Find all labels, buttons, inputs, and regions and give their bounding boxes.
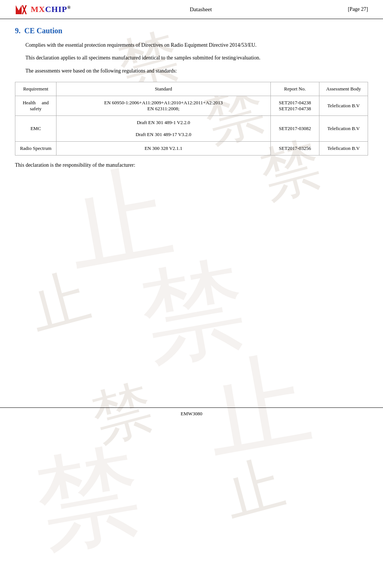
- page-content: 9. CE Caution Complies with the essentia…: [0, 19, 383, 407]
- standard-3a: EN 300 328 V2.1.1: [144, 145, 182, 151]
- header-title: Datasheet: [71, 6, 331, 13]
- logo-reg-symbol: ®: [67, 5, 71, 10]
- paragraph-3: The assessments were based on the follow…: [25, 67, 368, 75]
- standard-2b: Draft EN 301 489-17 V3.2.0: [135, 132, 191, 137]
- header-page: [Page 27]: [331, 6, 368, 12]
- col-header-requirement: Requirement: [15, 82, 56, 96]
- page-footer: EMW3080: [0, 407, 383, 420]
- col-header-standard: Standard: [56, 82, 271, 96]
- logo-icon: [15, 4, 31, 15]
- cell-assessment-1: Telefication B.V: [319, 96, 368, 116]
- report-2a: SET2017-03082: [279, 126, 311, 131]
- cell-standard-3: EN 300 328 V2.1.1: [56, 142, 271, 156]
- cell-requirement-2: EMC: [15, 116, 56, 142]
- report-1a: SET2017-04238: [279, 100, 311, 105]
- standard-2a: Draft EN 301 489-1 V2.2.0: [137, 120, 190, 125]
- cell-assessment-2: Telefication B.V: [319, 116, 368, 142]
- table-row: EMC Draft EN 301 489-1 V2.2.0 Draft EN 3…: [15, 116, 368, 142]
- cell-requirement-3: Radio Spectrum: [15, 142, 56, 156]
- paragraph-2: This declaration applies to all specimen…: [15, 54, 368, 62]
- standard-1b: EN 62311:2008;: [147, 106, 180, 111]
- table-header-row: Requirement Standard Report No. Assessme…: [15, 82, 368, 96]
- page-header: MXCHIP® Datasheet [Page 27]: [0, 0, 383, 19]
- standard-1a: EN 60950-1:2006+A11:2009+A1:2010+A12:201…: [104, 100, 223, 105]
- watermark-char-large-4: 禁: [26, 422, 153, 579]
- table-row: Radio Spectrum EN 300 328 V2.1.1 SET2017…: [15, 142, 368, 156]
- cell-standard-1: EN 60950-1:2006+A11:2009+A1:2010+A12:201…: [56, 96, 271, 116]
- cell-report-3: SET2017-03256: [271, 142, 319, 156]
- logo-m-letter: MX: [31, 4, 45, 14]
- footer-model: EMW3080: [181, 411, 202, 416]
- cell-report-2: SET2017-03082: [271, 116, 319, 142]
- report-1b: SET2017-04738: [279, 106, 311, 111]
- standards-table-section: Requirement Standard Report No. Assessme…: [15, 82, 368, 156]
- cell-assessment-3: Telefication B.V: [319, 142, 368, 156]
- cell-requirement-1: Health and safety: [15, 96, 56, 116]
- logo-text: MXCHIP®: [31, 4, 71, 14]
- standards-table: Requirement Standard Report No. Assessme…: [15, 82, 368, 156]
- svg-marker-1: [16, 5, 22, 14]
- logo-chip-letters: CHIP: [45, 4, 67, 14]
- cell-report-1: SET2017-04238 SET2017-04738: [271, 96, 319, 116]
- section-heading: CE Caution: [24, 27, 62, 35]
- col-header-report-no: Report No.: [271, 82, 319, 96]
- paragraph-1: Complies with the essential protection r…: [15, 41, 368, 49]
- table-row: Health and safety EN 60950-1:2006+A11:20…: [15, 96, 368, 116]
- signature-area: [15, 176, 368, 392]
- section-title: 9. CE Caution: [15, 27, 368, 35]
- col-header-assessment-body: Assessment Body: [319, 82, 368, 96]
- report-3a: SET2017-03256: [279, 145, 311, 151]
- cell-standard-2: Draft EN 301 489-1 V2.2.0 Draft EN 301 4…: [56, 116, 271, 142]
- section-number: 9.: [15, 27, 21, 35]
- logo-area: MXCHIP®: [15, 4, 71, 15]
- watermark-char-6: 止: [215, 442, 294, 536]
- declaration-text: This declaration is the responsibility o…: [15, 162, 368, 168]
